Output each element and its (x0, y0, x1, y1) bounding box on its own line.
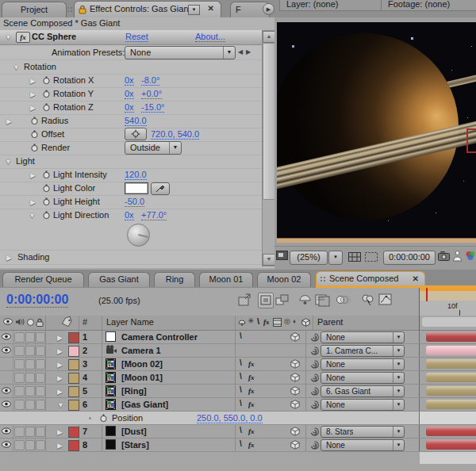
expand-arrow[interactable]: ▶ (57, 428, 63, 436)
stopwatch-icon[interactable] (30, 143, 39, 152)
3d-layer-switch[interactable] (290, 400, 300, 411)
frame-blend-icon[interactable] (315, 293, 329, 308)
magnification-dropdown-icon[interactable]: ▼ (328, 251, 343, 265)
comp-mini-flowchart-icon[interactable] (238, 293, 252, 308)
effects-switch[interactable]: fx (248, 360, 255, 368)
pickwhip-icon[interactable] (310, 427, 319, 438)
lock-toggle[interactable] (35, 331, 46, 343)
expand-arrow[interactable]: ▶ (57, 361, 63, 369)
parent-select[interactable]: None ▼ (321, 399, 405, 411)
label-color-chip[interactable] (68, 346, 79, 357)
parent-select[interactable]: None ▼ (321, 358, 405, 370)
lock-toggle[interactable] (35, 398, 46, 411)
layer-duration-bar[interactable] (426, 427, 476, 436)
label-color-chip[interactable] (68, 440, 79, 451)
rotation-x-degrees[interactable]: -8.0° (141, 75, 159, 86)
visibility-toggle[interactable] (0, 438, 13, 451)
parent-select[interactable]: 6. Gas Giant ▼ (321, 385, 405, 397)
layer-duration-bar[interactable] (426, 332, 476, 342)
lock-toggle[interactable] (35, 344, 46, 357)
audio-toggle[interactable] (13, 331, 26, 343)
panel-menu-icon[interactable]: ▶ (263, 3, 274, 15)
fx-badge-icon[interactable]: fx (16, 32, 30, 43)
stopwatch-icon[interactable] (30, 129, 39, 139)
pickwhip-icon[interactable] (310, 333, 319, 343)
lock-icon[interactable] (36, 318, 44, 327)
close-icon[interactable]: ✕ (208, 2, 214, 16)
3d-layer-switch[interactable] (290, 359, 300, 370)
audio-icon[interactable] (15, 318, 24, 326)
parent-select[interactable]: None ▼ (321, 439, 405, 451)
current-time-display[interactable]: 0:00:00:00 (6, 293, 68, 308)
visibility-toggle[interactable] (0, 385, 13, 397)
preview-monitor-icon[interactable] (276, 251, 288, 263)
tab-moon-01[interactable]: Moon 01 (199, 272, 253, 287)
light-height-value[interactable]: -50.0 (125, 197, 144, 207)
rotation-z-degrees[interactable]: -15.0° (141, 102, 164, 113)
layer-duration-bar[interactable] (426, 400, 476, 409)
light-direction-degrees[interactable]: +77.0° (141, 210, 167, 220)
rotation-z-revolutions[interactable]: 0x (125, 102, 134, 113)
layer-name[interactable]: [Dust] (121, 427, 147, 436)
visibility-toggle[interactable] (0, 371, 13, 384)
lock-toggle[interactable] (35, 438, 46, 451)
stopwatch-icon[interactable] (42, 183, 51, 193)
reset-link[interactable]: Reset (125, 32, 148, 42)
visibility-toggle[interactable] (0, 358, 13, 370)
layer-name[interactable]: Camera Controller (121, 332, 198, 342)
current-time-indicator[interactable] (426, 288, 428, 301)
light-expand-arrow[interactable]: ▼ (5, 158, 12, 166)
parent-select[interactable]: 8. Stars ▼ (321, 426, 405, 438)
expand-arrow[interactable]: ▼ (29, 212, 36, 220)
quality-switch[interactable]: \ (240, 372, 242, 381)
expand-arrow[interactable]: ▶ (30, 77, 36, 85)
preset-prev-icon[interactable]: ◀ (238, 48, 243, 56)
scrollbar-thumb[interactable] (263, 43, 275, 200)
tab-ring[interactable]: Ring (154, 272, 195, 287)
visibility-toggle[interactable] (0, 331, 13, 343)
render-select[interactable]: Outside ▼ (125, 141, 182, 155)
quality-switch[interactable]: \ (240, 439, 242, 448)
draft-3d-icon[interactable] (275, 293, 290, 308)
expand-arrow[interactable]: ▶ (57, 388, 63, 396)
layer-duration-bar[interactable] (426, 359, 476, 369)
expand-arrow[interactable]: ▶ (30, 90, 36, 98)
tab-scene-composed[interactable]: Scene Composed ✕ (316, 271, 425, 287)
stopwatch-icon[interactable] (42, 102, 51, 112)
expand-arrow[interactable]: ▶ (6, 117, 12, 125)
region-of-interest-icon[interactable] (365, 252, 378, 265)
expand-arrow[interactable]: ▶ (57, 334, 63, 342)
graph-editor-icon[interactable] (378, 293, 393, 308)
pickwhip-icon[interactable] (310, 387, 319, 397)
column-number[interactable]: # (83, 317, 87, 327)
tab-moon-02[interactable]: Moon 02 (257, 272, 311, 287)
layer-duration-bar[interactable] (426, 440, 476, 450)
pickwhip-icon[interactable] (310, 400, 319, 411)
show-channel-icon[interactable] (465, 251, 476, 263)
parent-select[interactable]: None ▼ (321, 372, 405, 384)
preset-next-icon[interactable]: ▶ (246, 48, 251, 56)
audio-toggle[interactable] (13, 438, 26, 451)
rotation-y-revolutions[interactable]: 0x (125, 89, 134, 99)
layer-name[interactable]: [Stars] (121, 440, 149, 450)
pickwhip-icon[interactable] (310, 347, 319, 357)
lock-toggle[interactable] (35, 358, 46, 370)
light-direction-dial[interactable] (127, 224, 150, 247)
label-color-chip[interactable] (68, 400, 79, 411)
light-direction-revolutions[interactable]: 0x (125, 210, 134, 220)
audio-toggle[interactable] (13, 358, 26, 370)
column-parent[interactable]: Parent (317, 317, 343, 327)
viewer-timecode[interactable]: 0:00:00:00 (383, 251, 436, 265)
solo-icon[interactable] (27, 319, 34, 326)
expand-arrow[interactable]: ▶ (57, 347, 63, 355)
tab-dropdown-icon[interactable]: ▼ (188, 5, 200, 15)
label-color-chip[interactable] (68, 386, 79, 397)
expand-arrow[interactable]: ▶ (30, 198, 36, 206)
stopwatch-icon[interactable] (42, 210, 51, 220)
light-intensity-value[interactable]: 120.0 (125, 170, 147, 180)
pickwhip-icon[interactable] (310, 373, 319, 384)
stopwatch-icon[interactable] (42, 89, 51, 98)
lock-toggle[interactable] (35, 385, 46, 397)
stopwatch-icon[interactable] (42, 75, 51, 85)
3d-layer-switch[interactable] (290, 373, 300, 384)
